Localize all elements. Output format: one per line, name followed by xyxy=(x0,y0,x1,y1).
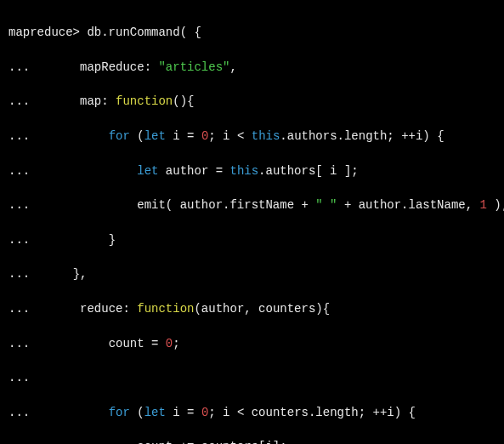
keyword-this: this xyxy=(252,129,280,143)
code-text: (author, counters){ xyxy=(194,302,330,316)
code-text: ; i < xyxy=(208,129,251,143)
code-text: reduce: xyxy=(30,302,137,316)
continuation-dots: ... xyxy=(8,406,30,419)
code-text: i = xyxy=(166,406,201,419)
continuation-dots: ... xyxy=(8,267,30,281)
terminal-output[interactable]: mapreduce> db.runCommand( { ... mapReduc… xyxy=(8,7,496,444)
code-text: ( xyxy=(130,129,144,143)
code-text: }, xyxy=(30,267,87,281)
code-text: i = xyxy=(166,129,201,143)
code-text: ; xyxy=(173,337,179,350)
code-text: map: xyxy=(30,94,116,108)
keyword-let: let xyxy=(137,164,158,178)
keyword-this: this xyxy=(229,164,258,178)
code-text: emit( author.firstName + xyxy=(30,198,315,212)
number-literal: 1 xyxy=(480,198,487,212)
code-text: db.runCommand( { xyxy=(80,26,201,39)
continuation-dots: ... xyxy=(8,440,30,444)
code-text: (){ xyxy=(173,94,194,108)
code-text: .authors.length; ++i) { xyxy=(280,129,444,143)
continuation-dots: ... xyxy=(8,233,30,247)
code-text: mapReduce: xyxy=(30,60,158,74)
code-text xyxy=(30,164,137,178)
keyword-let: let xyxy=(144,129,166,143)
continuation-dots: ... xyxy=(8,164,30,178)
continuation-dots: ... xyxy=(8,60,30,74)
code-text: ); xyxy=(487,198,504,212)
code-text: .authors[ i ]; xyxy=(258,164,359,178)
continuation-dots: ... xyxy=(8,129,30,143)
code-text xyxy=(30,406,108,419)
keyword-function: function xyxy=(116,94,173,108)
continuation-dots: ... xyxy=(8,94,30,108)
number-literal: 0 xyxy=(166,337,173,350)
continuation-dots: ... xyxy=(8,198,30,212)
code-text: + author.lastName, xyxy=(337,198,480,212)
code-text: ; i < counters.length; ++i) { xyxy=(208,406,416,419)
code-text: ( xyxy=(130,406,144,419)
keyword-for: for xyxy=(109,406,130,419)
code-text: author = xyxy=(158,164,229,178)
code-text: , xyxy=(229,60,236,74)
code-text: count += counters[i]; xyxy=(30,440,286,444)
code-text: } xyxy=(30,233,116,247)
keyword-for: for xyxy=(109,129,130,143)
code-text: count = xyxy=(30,337,166,350)
shell-prompt: mapreduce> xyxy=(8,26,80,39)
code-text xyxy=(30,129,108,143)
keyword-function: function xyxy=(137,302,194,316)
continuation-dots: ... xyxy=(8,302,30,316)
continuation-dots: ... xyxy=(8,371,30,384)
string-literal: " " xyxy=(315,198,337,212)
keyword-let: let xyxy=(144,406,166,419)
string-literal: "articles" xyxy=(158,60,229,74)
continuation-dots: ... xyxy=(8,337,30,350)
